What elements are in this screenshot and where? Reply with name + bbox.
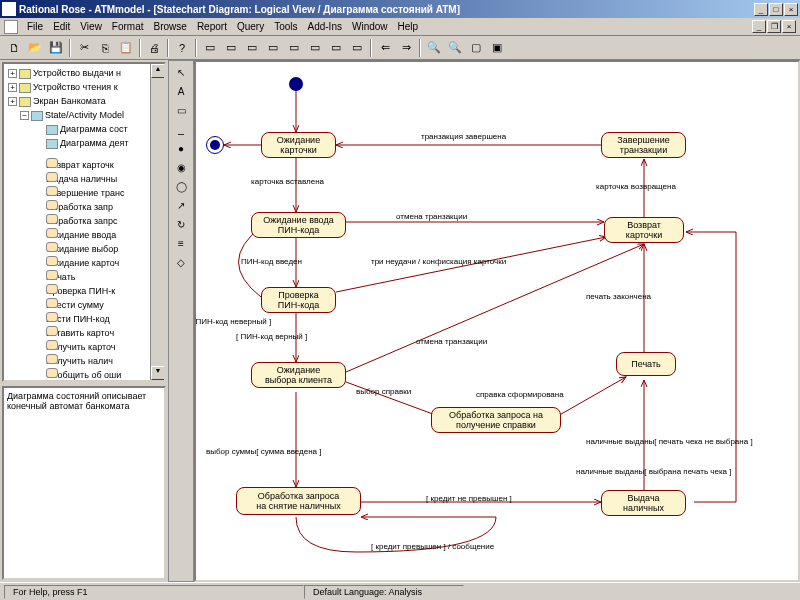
state-process-inquiry[interactable]: Обработка запроса на получение справки <box>431 407 561 433</box>
nav-fwd[interactable]: ⇒ <box>396 38 416 58</box>
end-tool[interactable]: ◯ <box>171 177 191 195</box>
zoom-fit[interactable]: ▢ <box>466 38 486 58</box>
menu-help[interactable]: Help <box>393 21 424 32</box>
menu-browse[interactable]: Browse <box>149 21 192 32</box>
menu-view[interactable]: View <box>75 21 107 32</box>
state-check-pin[interactable]: Проверка ПИН-кода <box>261 287 336 313</box>
transition-label[interactable]: наличные выданы[ выбрана печать чека ] <box>576 467 732 476</box>
state-transaction-end[interactable]: Завершение транзакции <box>601 132 686 158</box>
tree-expander[interactable]: − <box>20 111 29 120</box>
transition-label[interactable]: [ кредит превышен ] / сообщение <box>371 542 494 551</box>
state-wait-card[interactable]: Ожидание карточки <box>261 132 336 158</box>
tree-expander[interactable]: + <box>8 83 17 92</box>
transition-label[interactable]: [ ПИН-код неверный ] <box>194 317 271 326</box>
transition-label[interactable]: отмена транзакции <box>416 337 487 346</box>
state-wait-choice[interactable]: Ожидание выбора клиента <box>251 362 346 388</box>
zoom-out[interactable]: 🔍 <box>424 38 444 58</box>
diagram-icon[interactable]: ▭ <box>242 38 262 58</box>
menu-tools[interactable]: Tools <box>269 21 302 32</box>
scroll-down[interactable]: ▼ <box>151 366 165 380</box>
anchor-tool[interactable]: ⎯ <box>171 120 191 138</box>
note-tool[interactable]: ▭ <box>171 101 191 119</box>
nav-back[interactable]: ⇐ <box>375 38 395 58</box>
new-button[interactable]: 🗋 <box>4 38 24 58</box>
menu-edit[interactable]: Edit <box>48 21 75 32</box>
open-button[interactable]: 📂 <box>25 38 45 58</box>
doc-icon <box>4 20 18 34</box>
transition-label[interactable]: справка сформирована <box>476 390 564 399</box>
class-icon <box>19 97 31 107</box>
tree-scrollbar[interactable]: ▲ ▼ <box>150 64 164 380</box>
state-icon <box>46 312 58 322</box>
menu-file[interactable]: File <box>22 21 48 32</box>
transition-label[interactable]: ПИН-код введен <box>241 257 302 266</box>
final-state[interactable] <box>206 136 224 154</box>
transition-label[interactable]: наличные выданы[ печать чека не выбрана … <box>586 437 753 446</box>
tree-panel[interactable]: +Устройство выдачи н +Устройство чтения … <box>2 62 166 382</box>
mdi-minimize[interactable]: _ <box>752 20 766 33</box>
zoom-full[interactable]: ▣ <box>487 38 507 58</box>
tree-item[interactable]: State/Activity Model <box>45 110 124 120</box>
save-button[interactable]: 💾 <box>46 38 66 58</box>
diagram-icon[interactable]: ▭ <box>347 38 367 58</box>
transition-label[interactable]: [ ПИН-код верный ] <box>236 332 307 341</box>
description-panel[interactable]: Диаграмма состояний описывает конечный а… <box>2 386 166 580</box>
transition-label[interactable]: выбор справки <box>356 387 411 396</box>
text-tool[interactable]: A <box>171 82 191 100</box>
tree-item[interactable]: Устройство выдачи н <box>33 68 121 78</box>
paste-button[interactable]: 📋 <box>116 38 136 58</box>
state-dispense-cash[interactable]: Выдача наличных <box>601 490 686 516</box>
tree-expander[interactable]: + <box>8 97 17 106</box>
diagram-icon[interactable]: ▭ <box>305 38 325 58</box>
tree-item[interactable]: Диаграмма деят <box>60 138 129 148</box>
state-tool[interactable]: ● <box>171 139 191 157</box>
diagram-icon[interactable]: ▭ <box>221 38 241 58</box>
maximize-button[interactable]: □ <box>769 3 783 16</box>
tree-item[interactable]: Экран Банкомата <box>33 96 106 106</box>
transition-label[interactable]: транзакция завершена <box>421 132 506 141</box>
diagram-icon[interactable]: ▭ <box>263 38 283 58</box>
status-language: Default Language: Analysis <box>304 585 464 599</box>
diagram-icon[interactable]: ▭ <box>326 38 346 58</box>
diagram-icon[interactable]: ▭ <box>200 38 220 58</box>
transition-label[interactable]: карточка вставлена <box>251 177 324 186</box>
transition-tool[interactable]: ↗ <box>171 196 191 214</box>
state-process-withdrawal[interactable]: Обработка запроса на снятие наличных <box>236 487 361 515</box>
cut-button[interactable]: ✂ <box>74 38 94 58</box>
transition-label[interactable]: три неудачи / конфискация карточки <box>371 257 506 266</box>
diagram-canvas[interactable]: Ожидание карточки Завершение транзакции … <box>194 60 800 582</box>
pointer-tool[interactable]: ↖ <box>171 63 191 81</box>
model-tree[interactable]: +Устройство выдачи н +Устройство чтения … <box>4 64 164 382</box>
help-button[interactable]: ? <box>172 38 192 58</box>
copy-button[interactable]: ⎘ <box>95 38 115 58</box>
tree-item[interactable]: Устройство чтения к <box>33 82 118 92</box>
mdi-restore[interactable]: ❐ <box>767 20 781 33</box>
zoom-in[interactable]: 🔍 <box>445 38 465 58</box>
menu-format[interactable]: Format <box>107 21 149 32</box>
tree-expander[interactable]: + <box>8 69 17 78</box>
scroll-up[interactable]: ▲ <box>151 64 165 78</box>
mdi-close[interactable]: × <box>782 20 796 33</box>
sync-tool[interactable]: ≡ <box>171 234 191 252</box>
state-return-card[interactable]: Возврат карточки <box>604 217 684 243</box>
transition-label[interactable]: выбор суммы[ сумма введена ] <box>206 447 322 456</box>
print-button[interactable]: 🖨 <box>144 38 164 58</box>
diagram-icon[interactable]: ▭ <box>284 38 304 58</box>
menu-query[interactable]: Query <box>232 21 269 32</box>
self-tool[interactable]: ↻ <box>171 215 191 233</box>
state-wait-pin[interactable]: Ожидание ввода ПИН-кода <box>251 212 346 238</box>
transition-label[interactable]: отмена транзакции <box>396 212 467 221</box>
close-button[interactable]: × <box>784 3 798 16</box>
menu-addins[interactable]: Add-Ins <box>303 21 347 32</box>
minimize-button[interactable]: _ <box>754 3 768 16</box>
transition-label[interactable]: карточка возвращена <box>596 182 676 191</box>
state-print[interactable]: Печать <box>616 352 676 376</box>
initial-state[interactable] <box>289 77 303 91</box>
tree-item[interactable]: Диаграмма сост <box>60 124 128 134</box>
start-tool[interactable]: ◉ <box>171 158 191 176</box>
menu-report[interactable]: Report <box>192 21 232 32</box>
transition-label[interactable]: печать закончена <box>586 292 651 301</box>
menu-window[interactable]: Window <box>347 21 393 32</box>
transition-label[interactable]: [ кредит не превышен ] <box>426 494 512 503</box>
decision-tool[interactable]: ◇ <box>171 253 191 271</box>
